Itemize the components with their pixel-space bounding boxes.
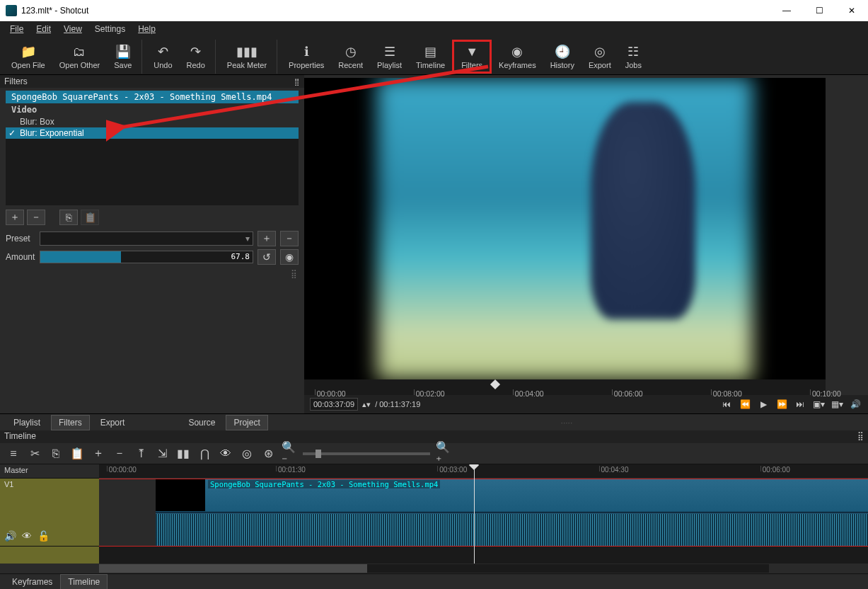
list-icon: ☰ (384, 44, 395, 59)
save-icon: 💾 (115, 44, 131, 59)
minimize-button[interactable]: — (770, 0, 803, 21)
tab-project[interactable]: Project (226, 415, 267, 430)
volume-button[interactable]: 🔊 (848, 399, 862, 409)
timeline-button[interactable]: ▤Timeline (409, 40, 452, 74)
remove-filter-button[interactable]: － (27, 210, 45, 225)
open-other-button[interactable]: 🗂Open Other (52, 40, 107, 74)
track-headers: Master V1 🔊 👁 🔓 (0, 464, 99, 564)
mute-icon[interactable]: 🔊 (4, 530, 16, 542)
grid-dropdown[interactable]: ▦▾ (830, 399, 844, 409)
tl-scrub-button[interactable]: 👁 (218, 446, 233, 462)
panel-menu-icon[interactable]: ⣿ (294, 78, 300, 86)
zoom-dropdown[interactable]: ▣▾ (811, 399, 826, 409)
properties-button[interactable]: ℹProperties (282, 40, 331, 74)
track-head-master[interactable]: Master (0, 464, 99, 479)
tl-snap-button[interactable]: ⋂ (197, 446, 212, 462)
tab-export[interactable]: Export (93, 415, 133, 430)
export-button[interactable]: ◎Export (581, 40, 618, 74)
menu-settings[interactable]: Settings (89, 23, 131, 35)
timeline-clip[interactable]: SpongeBob SquarePants - 2x03 - Something… (156, 479, 868, 546)
video-preview[interactable] (304, 78, 826, 379)
preview-ruler[interactable]: 00:00:00 00:02:00 00:04:00 00:06:00 00:0… (304, 379, 826, 395)
timeline-body: Master V1 🔊 👁 🔓 00:00:00 00:01:30 00:03:… (0, 464, 868, 564)
tab-keyframes[interactable]: Keyframes (4, 574, 60, 590)
filter-group-video: Video (6, 103, 299, 116)
tl-cut-button[interactable]: ✂ (27, 446, 42, 462)
filter-item-blur-box[interactable]: Blur: Box (6, 116, 299, 127)
current-timecode[interactable]: 00:03:37:09 (310, 398, 358, 411)
history-button[interactable]: 🕘History (543, 40, 581, 74)
playhead-icon[interactable] (490, 379, 500, 389)
timeline-playhead[interactable] (474, 464, 475, 564)
tl-zoom-in-button[interactable]: 🔍⁺ (436, 446, 451, 462)
close-button[interactable]: ✕ (835, 0, 868, 21)
playlist-button[interactable]: ☰Playlist (370, 40, 409, 74)
timeline-tracks[interactable]: 00:00:00 00:01:30 00:03:00 00:04:30 00:0… (99, 464, 868, 564)
lock-icon[interactable]: 🔓 (37, 530, 50, 542)
clock-icon: ◷ (345, 44, 357, 59)
tl-paste-button[interactable]: 📋 (69, 446, 85, 462)
tab-playlist[interactable]: Playlist (6, 415, 48, 430)
tab-timeline[interactable]: Timeline (60, 574, 108, 590)
skip-start-button[interactable]: ⏮ (719, 399, 734, 409)
save-button[interactable]: 💾Save (107, 40, 142, 74)
preset-add-button[interactable]: ＋ (257, 231, 276, 246)
checkmark-icon[interactable]: ✓ (8, 128, 16, 138)
track-v1-row[interactable]: SpongeBob SquarePants - 2x03 - Something… (99, 479, 868, 547)
track-head-v1[interactable]: V1 🔊 👁 🔓 (0, 479, 99, 547)
open-file-button[interactable]: 📁Open File (4, 40, 52, 74)
amount-slider[interactable]: 67.8 (40, 251, 253, 263)
tl-menu-button[interactable]: ≡ (6, 446, 21, 462)
tab-source[interactable]: Source (180, 415, 223, 430)
add-filter-button[interactable]: ＋ (6, 210, 24, 225)
filters-panel: Filters⣿ SpongeBob SquarePants - 2x03 - … (0, 75, 304, 413)
fast-forward-button[interactable]: ⏩ (775, 399, 789, 409)
filters-button[interactable]: ▼Filters (452, 40, 492, 74)
timeline-scrollbar[interactable] (0, 564, 868, 573)
amount-reset-button[interactable]: ↺ (257, 249, 276, 265)
menu-file[interactable]: File (4, 23, 29, 35)
amount-keyframe-button[interactable]: ◉ (280, 249, 299, 265)
hide-icon[interactable]: 👁 (22, 530, 32, 542)
peak-meter-button[interactable]: ▮▮▮Peak Meter (220, 40, 277, 74)
tl-copy-button[interactable]: ⎘ (48, 446, 64, 462)
tab-filters[interactable]: Filters (51, 415, 90, 430)
preset-remove-button[interactable]: － (280, 231, 299, 246)
tl-ripple-button[interactable]: ◎ (239, 446, 255, 462)
window-title: 123.mlt* - Shotcut (21, 6, 770, 16)
menu-edit[interactable]: Edit (30, 23, 57, 35)
skip-end-button[interactable]: ⏭ (793, 399, 807, 409)
grip-icon[interactable]: ····· (271, 418, 862, 428)
ruler-tick: 00:00:00 (315, 389, 346, 395)
main-toolbar: 📁Open File 🗂Open Other 💾Save ↶Undo ↷Redo… (0, 37, 868, 75)
tl-ripple-all-button[interactable]: ⊛ (260, 446, 276, 462)
tl-remove-button[interactable]: － (112, 446, 127, 462)
recent-button[interactable]: ◷Recent (331, 40, 370, 74)
rewind-button[interactable]: ⏪ (738, 399, 752, 409)
tl-append-button[interactable]: ＋ (91, 446, 106, 462)
timecode-spinner[interactable]: ▴▾ (362, 400, 371, 409)
menu-help[interactable]: Help (132, 23, 161, 35)
maximize-button[interactable]: ☐ (803, 0, 835, 21)
preset-dropdown[interactable]: ▾ (40, 231, 253, 246)
keyframes-button[interactable]: ◉Keyframes (492, 40, 543, 74)
panel-menu-icon[interactable]: ⣿ (857, 431, 864, 442)
window-controls: — ☐ ✕ (770, 0, 868, 21)
play-button[interactable]: ▶ (756, 399, 770, 409)
tl-zoom-slider[interactable] (303, 452, 430, 455)
ruler-tick: 00:02:00 (414, 389, 445, 395)
tl-lift-button[interactable]: ⤒ (133, 446, 149, 462)
timeline-ruler[interactable]: 00:00:00 00:01:30 00:03:00 00:04:30 00:0… (99, 464, 868, 479)
redo-button[interactable]: ↷Redo (180, 40, 216, 74)
jobs-button[interactable]: ☷Jobs (618, 40, 649, 74)
tl-zoom-out-button[interactable]: 🔍⁻ (282, 446, 297, 462)
panel-grip-icon[interactable]: ⣿ (0, 266, 304, 282)
tl-split-button[interactable]: ▮▮ (175, 446, 191, 462)
undo-button[interactable]: ↶Undo (146, 40, 179, 74)
menu-view[interactable]: View (58, 23, 88, 35)
filter-item-blur-exponential[interactable]: ✓ Blur: Exponential (6, 127, 299, 139)
tl-overwrite-button[interactable]: ⇲ (154, 446, 170, 462)
copy-filter-button[interactable]: ⎘ (59, 210, 78, 225)
filter-action-buttons: ＋ － ⎘ 📋 (0, 205, 304, 229)
paste-filter-button[interactable]: 📋 (81, 210, 99, 225)
